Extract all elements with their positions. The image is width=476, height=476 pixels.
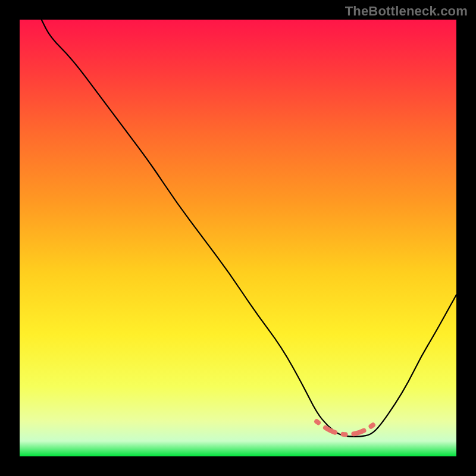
chart-stage: TheBottleneck.com (0, 0, 476, 476)
watermark-label: TheBottleneck.com (345, 4, 468, 19)
gradient-rect (20, 20, 456, 456)
gradient-backdrop (20, 20, 456, 456)
plot-area (20, 20, 456, 456)
